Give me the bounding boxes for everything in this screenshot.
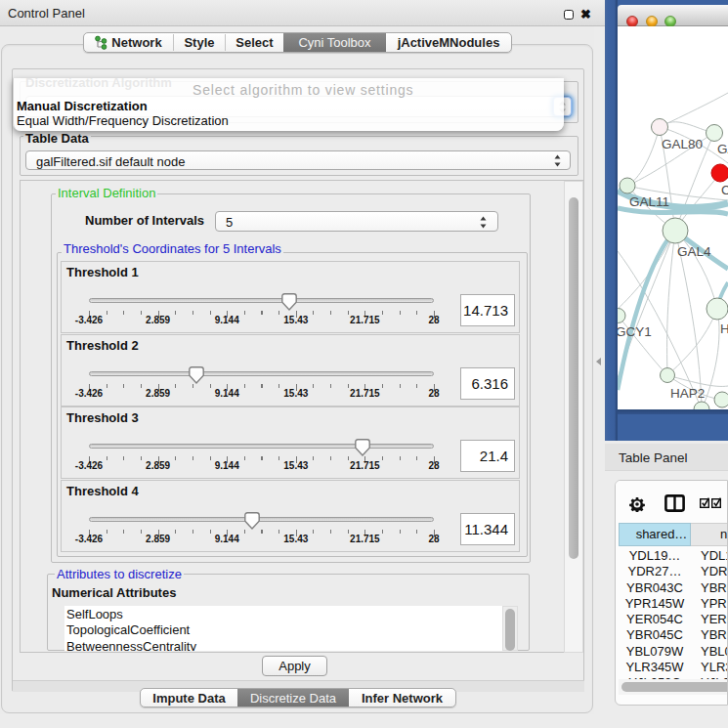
- svg-text:GAL11: GAL11: [629, 194, 669, 209]
- svg-text:GCY1: GCY1: [618, 324, 652, 339]
- svg-text:HAP2: HAP2: [670, 386, 705, 401]
- svg-text:GA: GA: [717, 142, 728, 156]
- svg-text:GAL80: GAL80: [662, 137, 703, 151]
- svg-text:H: H: [720, 321, 728, 336]
- svg-text:GAL4: GAL4: [677, 244, 711, 259]
- svg-text:C: C: [721, 183, 728, 197]
